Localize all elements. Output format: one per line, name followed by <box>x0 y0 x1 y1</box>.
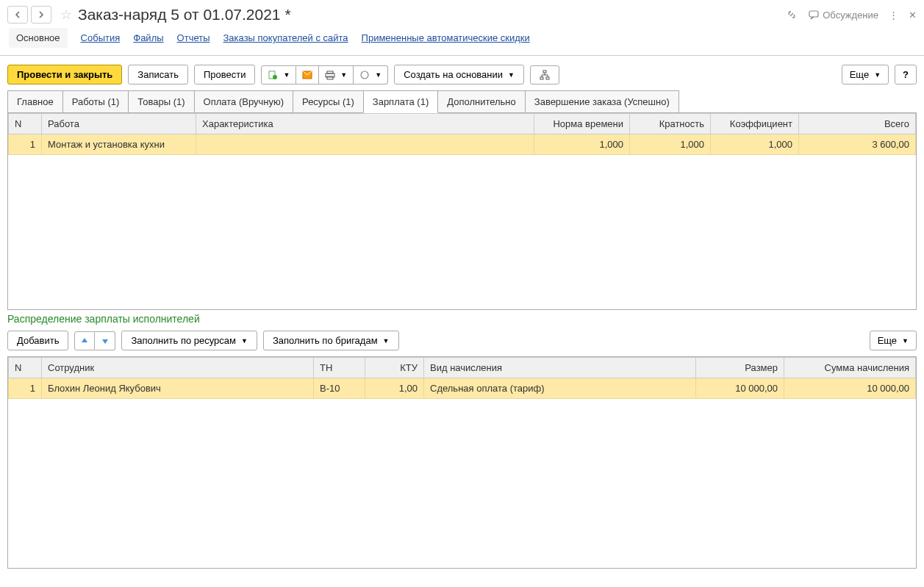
nav-tab-files[interactable]: Файлы <box>133 32 163 48</box>
move-down-button[interactable] <box>95 331 115 350</box>
tab-additional[interactable]: Дополнительно <box>437 90 526 113</box>
tab-main[interactable]: Главное <box>7 90 63 113</box>
col-work[interactable]: Работа <box>42 114 196 134</box>
help-button[interactable]: ? <box>895 65 917 84</box>
nav-tab-main[interactable]: Основное <box>9 28 68 48</box>
save-button[interactable]: Записать <box>128 65 188 84</box>
tab-salary[interactable]: Зарплата (1) <box>363 90 438 113</box>
col-norm[interactable]: Норма времени <box>534 114 630 134</box>
discussion-button[interactable]: Обсуждение <box>808 9 878 21</box>
link-icon[interactable] <box>786 9 798 21</box>
col-type[interactable]: Вид начисления <box>424 358 696 378</box>
col-n[interactable]: N <box>9 114 42 134</box>
create-based-button[interactable]: Создать на основании▼ <box>394 65 524 84</box>
col-tn[interactable]: ТН <box>314 358 365 378</box>
svg-rect-0 <box>809 11 818 17</box>
col-mult[interactable]: Кратность <box>630 114 711 134</box>
stamp-icon-button[interactable]: ▼ <box>354 65 388 84</box>
add-button[interactable]: Добавить <box>7 331 68 350</box>
more-button[interactable]: Еще▼ <box>842 65 889 84</box>
doc-tabs: Главное Работы (1) Товары (1) Оплата (Вр… <box>0 90 924 113</box>
col-n2[interactable]: N <box>9 358 42 378</box>
back-button[interactable] <box>7 6 28 24</box>
svg-point-7 <box>361 71 368 79</box>
salary-more-button[interactable]: Еще▼ <box>870 331 917 350</box>
salary-table-empty-area[interactable] <box>8 399 916 568</box>
kebab-menu-icon[interactable]: ⋮ <box>889 10 898 21</box>
col-size[interactable]: Размер <box>696 358 784 378</box>
tab-goods[interactable]: Товары (1) <box>128 90 194 113</box>
salary-table[interactable]: N Сотрудник ТН КТУ Вид начисления Размер… <box>8 357 916 399</box>
col-sum[interactable]: Сумма начисления <box>784 358 916 378</box>
close-icon[interactable]: ✕ <box>909 10 917 21</box>
nav-tab-orders[interactable]: Заказы покупателей с сайта <box>223 32 348 48</box>
tab-works[interactable]: Работы (1) <box>62 90 129 113</box>
svg-rect-9 <box>540 77 543 79</box>
post-close-button[interactable]: Провести и закрыть <box>7 65 122 84</box>
col-emp[interactable]: Сотрудник <box>42 358 314 378</box>
mail-icon-button[interactable] <box>296 65 319 84</box>
svg-point-2 <box>273 75 277 79</box>
nav-tab-reports[interactable]: Отчеты <box>177 32 210 48</box>
tab-payment[interactable]: Оплата (Вручную) <box>194 90 293 113</box>
salary-section-title: Распределение зарплаты исполнителей <box>0 310 924 328</box>
svg-rect-10 <box>546 77 549 79</box>
works-table-empty-area[interactable]: Работы <box>8 155 916 309</box>
fill-brigades-button[interactable]: Заполнить по бригадам▼ <box>263 331 399 350</box>
svg-rect-8 <box>543 71 546 73</box>
nav-tabs: Основное События Файлы Отчеты Заказы пок… <box>0 29 924 55</box>
fill-resources-button[interactable]: Заполнить по ресурсам▼ <box>121 331 257 350</box>
document-icon-button[interactable]: ▼ <box>261 65 296 84</box>
col-char[interactable]: Характеристика <box>196 114 534 134</box>
move-up-button[interactable] <box>74 331 95 350</box>
works-table[interactable]: N Работа Характеристика Норма времени Кр… <box>8 113 916 155</box>
col-total[interactable]: Всего <box>799 114 916 134</box>
page-title: Заказ-наряд 5 от 01.07.2021 * <box>78 6 786 24</box>
structure-icon-button[interactable] <box>530 65 559 84</box>
col-coef[interactable]: Коэффициент <box>711 114 799 134</box>
tab-resources[interactable]: Ресурсы (1) <box>293 90 364 113</box>
print-icon-button[interactable]: ▼ <box>319 65 354 84</box>
forward-button[interactable] <box>31 6 51 24</box>
post-button[interactable]: Провести <box>194 65 256 84</box>
tab-completion[interactable]: Завершение заказа (Успешно) <box>525 90 679 113</box>
col-ktu[interactable]: КТУ <box>365 358 424 378</box>
nav-tab-events[interactable]: События <box>81 32 121 48</box>
favorite-icon[interactable]: ☆ <box>60 7 72 23</box>
table-row[interactable]: 1 Блохин Леонид Якубович В-10 1,00 Сдель… <box>9 378 916 399</box>
icon-button-group: ▼ ▼ ▼ <box>261 65 388 84</box>
table-row[interactable]: 1 Монтаж и установка кухни 1,000 1,000 1… <box>9 134 916 155</box>
nav-tab-discounts[interactable]: Примененные автоматические скидки <box>362 32 530 48</box>
